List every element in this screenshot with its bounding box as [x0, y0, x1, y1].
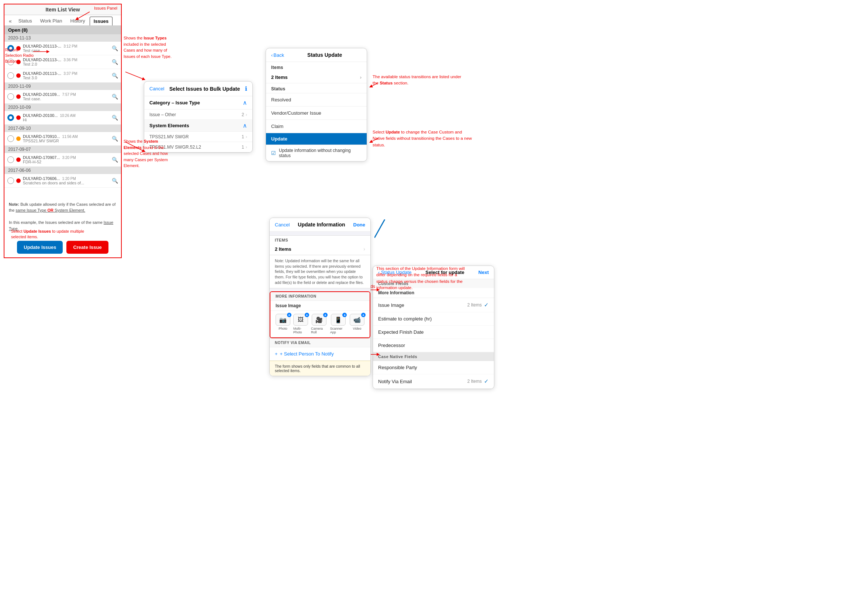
tab-issues[interactable]: Issues: [90, 17, 112, 26]
item-sub: Test case.: [23, 97, 109, 101]
camera-icon: 📷+: [276, 314, 290, 326]
category-row[interactable]: Category – Issue Type ∧: [144, 96, 252, 109]
radio-button[interactable]: [8, 135, 14, 142]
magnify-icon[interactable]: 🔍: [112, 94, 118, 100]
magnify-icon[interactable]: 🔍: [112, 115, 118, 121]
camera-roll-label: Camera Roll: [311, 327, 327, 334]
item-id: DULYARD-170910... 11:56 AM: [23, 134, 109, 139]
record-selection-annotation: Record Selection Radio Button: [5, 47, 35, 64]
note-text: Note: Bulk update allowed only if the Ca…: [9, 202, 117, 232]
radio-button[interactable]: [8, 177, 14, 184]
update-label: Update: [271, 136, 361, 142]
finish-date-row[interactable]: Expected Finish Date: [373, 326, 494, 339]
open-section: Open (8): [5, 26, 121, 34]
predecessor-label: Predecessor: [378, 342, 405, 348]
multi-photo-button[interactable]: 🖼+ Multi-Photo: [293, 314, 308, 334]
radio-button[interactable]: [8, 156, 14, 163]
radio-button[interactable]: [8, 72, 14, 79]
list-item[interactable]: DULYARD-170907... 3:20 PM FDR-H-52 🔍: [5, 153, 121, 167]
update-option[interactable]: Update: [266, 133, 367, 145]
resolved-option[interactable]: Resolved: [266, 93, 367, 106]
issue-types-annotation: Shows the Issue Types included in the se…: [124, 35, 177, 59]
issue-other-row[interactable]: Issue – Other 2 ›: [144, 109, 252, 120]
magnify-icon[interactable]: 🔍: [112, 178, 118, 184]
estimate-row[interactable]: Estimate to complete (hr): [373, 312, 494, 326]
item-id: DULYARD-201113-... 3:37 PM: [23, 71, 109, 76]
list-item[interactable]: DULYARD-201113-... 3:37 PM Test 3.0 🔍: [5, 69, 121, 83]
camera-roll-button[interactable]: 🎥+ Camera Roll: [311, 314, 327, 334]
status-dot: [16, 115, 21, 120]
checkmark-icon: ✓: [484, 378, 489, 385]
photo-label: Photo: [279, 327, 287, 330]
status-annotation: The available status transitions are lis…: [373, 74, 465, 87]
status-panel-title: Status Update: [288, 52, 361, 58]
responsible-party-row[interactable]: Responsible Party: [373, 361, 494, 374]
blue-line-decoration: [375, 220, 385, 238]
tpss-count-2: 1: [241, 145, 244, 150]
page-wrapper: Item List View Issues Panel « Status Wor…: [0, 0, 868, 600]
svg-line-5: [371, 138, 378, 142]
chevron-up-icon: ∧: [243, 99, 247, 106]
magnify-icon[interactable]: 🔍: [112, 45, 118, 51]
bulk-cancel-button[interactable]: Cancel: [149, 86, 164, 91]
status-dot: [16, 73, 21, 78]
list-item[interactable]: DULYARD-20100... 10:26 AM Hi 🔍: [5, 111, 121, 125]
multi-photo-icon: 🖼+: [293, 314, 308, 326]
list-item[interactable]: DULYARD-201109... 7:57 PM Test case. 🔍: [5, 90, 121, 104]
update-issues-button[interactable]: Update Issues: [17, 241, 63, 254]
status-back-button[interactable]: ‹ Back: [271, 52, 284, 58]
tab-status[interactable]: Status: [15, 17, 36, 26]
date-2017-09-07: 2017-09-07: [5, 145, 121, 153]
predecessor-row[interactable]: Predecessor: [373, 339, 494, 352]
status-dot: [16, 94, 21, 99]
item-id: DULYARD-170907... 3:20 PM: [23, 155, 109, 160]
scanner-app-button[interactable]: 📱+ Scanner App: [330, 314, 347, 334]
magnify-icon[interactable]: 🔍: [112, 59, 118, 65]
finish-date-label: Expected Finish Date: [378, 329, 424, 335]
photo-button[interactable]: 📷+ Photo: [276, 314, 290, 334]
notify-email-row[interactable]: Notify Via Email 2 Items ✓: [373, 374, 494, 389]
chevron-right-icon: ›: [246, 134, 247, 139]
tab-workplan[interactable]: Work Plan: [36, 17, 66, 26]
status-dot: [16, 136, 21, 141]
estimate-label: Estimate to complete (hr): [378, 316, 432, 321]
status-header: ‹ Back Status Update: [266, 48, 367, 62]
ui-items-row[interactable]: 2 Items ›: [270, 243, 370, 255]
radio-button[interactable]: [8, 114, 14, 121]
ui-done-button[interactable]: Done: [354, 222, 366, 227]
notify-email-label: Notify Via Email: [378, 379, 412, 384]
ui-cancel-button[interactable]: Cancel: [275, 222, 290, 227]
update-sub-label: Update information without changing stat…: [279, 148, 361, 158]
create-issue-button[interactable]: Create Issue: [67, 241, 108, 254]
items-row[interactable]: 2 Items ›: [266, 71, 367, 83]
tab-back[interactable]: «: [7, 17, 14, 26]
status-annotation-arrow: [369, 81, 380, 88]
claim-option[interactable]: Claim: [266, 120, 367, 133]
radio-button[interactable]: [8, 93, 14, 100]
scanner-app-label: Scanner App: [330, 327, 347, 334]
vendor-option[interactable]: Vendor/Customer Issue: [266, 106, 367, 120]
item-info: DULYARD-201113-... 3:36 PM Test 2.0: [23, 58, 109, 67]
list-item[interactable]: DULYARD-170606... 1:20 PM Scratches on d…: [5, 174, 121, 188]
magnify-icon[interactable]: 🔍: [112, 157, 118, 163]
issue-other-count: 2: [241, 112, 244, 117]
issue-image-row[interactable]: Issue Image 2 Items ✓: [373, 298, 494, 312]
video-label: Video: [353, 327, 361, 330]
item-id: DULYARD-170606... 1:20 PM: [23, 176, 109, 181]
notify-add-button[interactable]: + + Select Person To Notify: [270, 347, 370, 361]
video-button[interactable]: 📹+ Video: [350, 314, 364, 334]
magnify-icon[interactable]: 🔍: [112, 73, 118, 79]
select-next-button[interactable]: Next: [478, 270, 489, 275]
item-sub: Scratches on doors and sides of...: [23, 181, 109, 185]
select-update-annotation: Select Update to change the Case Custom …: [373, 129, 472, 148]
system-elements-header: System Elements ∧: [144, 120, 252, 132]
item-sub: FDR-H-52: [23, 160, 109, 164]
notify-email-right: 2 Items ✓: [467, 378, 489, 385]
magnify-icon[interactable]: 🔍: [112, 136, 118, 142]
list-item[interactable]: DULYARD-170910... 11:56 AM TPSS21.MV SWG…: [5, 132, 121, 145]
ui-title: Update Information: [298, 222, 345, 227]
more-info-section-label: MORE INFORMATION: [270, 292, 370, 301]
issue-types-arrow: [125, 72, 151, 83]
svg-line-3: [125, 142, 144, 151]
panel-bottom: Update Issues Create Issue: [5, 241, 121, 254]
